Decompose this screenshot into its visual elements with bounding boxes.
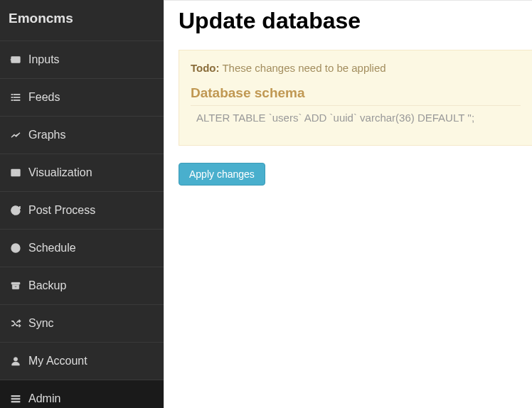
todo-label: Todo: (191, 62, 220, 74)
sidebar-item-label: Inputs (28, 53, 60, 66)
sidebar-item-label: Feeds (28, 91, 60, 104)
sidebar-item-postprocess[interactable]: Post Process (0, 192, 164, 230)
sidebar-item-inputs[interactable]: Inputs (0, 41, 164, 79)
svg-rect-4 (14, 97, 20, 97)
todo-message: These changes need to be applied (222, 62, 385, 74)
sidebar-item-feeds[interactable]: Feeds (0, 79, 164, 117)
input-icon (9, 53, 23, 67)
todo-alert: Todo: These changes need to be applied D… (179, 50, 532, 146)
play-box-icon (9, 166, 23, 180)
user-icon (9, 354, 23, 368)
sidebar-brand: Emoncms (0, 0, 164, 41)
menu-icon (9, 392, 23, 406)
sidebar-item-label: Graphs (28, 129, 65, 141)
sidebar-item-sync[interactable]: Sync (0, 305, 164, 343)
archive-icon (9, 279, 23, 293)
sql-statement: ALTER TABLE `users` ADD `uuid` varchar(3… (191, 112, 521, 124)
refresh-icon (9, 203, 23, 218)
sidebar-item-label: Schedule (28, 242, 76, 254)
svg-rect-9 (11, 282, 20, 284)
svg-rect-11 (11, 395, 20, 397)
svg-rect-2 (14, 94, 20, 95)
sidebar: Emoncms Inputs Feeds Graphs Visualizatio… (0, 0, 164, 408)
svg-rect-12 (11, 398, 20, 399)
sidebar-item-graphs[interactable]: Graphs (0, 117, 164, 154)
svg-rect-1 (11, 94, 13, 95)
sidebar-item-label: Backup (28, 279, 66, 292)
list-icon (9, 90, 23, 104)
graph-icon (9, 128, 23, 142)
main-content: Update database Todo: These changes need… (164, 0, 532, 408)
sidebar-item-label: Admin (28, 392, 60, 405)
sidebar-item-visualization[interactable]: Visualization (0, 154, 164, 192)
clock-icon (9, 241, 23, 255)
sidebar-item-label: Post Process (28, 204, 95, 217)
svg-point-10 (14, 358, 17, 361)
sidebar-item-admin[interactable]: Admin (0, 380, 164, 408)
sidebar-item-label: Sync (28, 317, 54, 330)
shuffle-icon (9, 316, 23, 331)
apply-changes-button[interactable]: Apply changes (179, 163, 265, 186)
svg-rect-5 (11, 100, 13, 100)
sidebar-item-myaccount[interactable]: My Account (0, 343, 164, 380)
sidebar-item-label: My Account (28, 355, 87, 367)
sidebar-item-backup[interactable]: Backup (0, 267, 164, 305)
svg-rect-6 (14, 100, 20, 100)
svg-rect-13 (11, 401, 20, 402)
schema-heading: Database schema (191, 85, 521, 106)
sidebar-item-schedule[interactable]: Schedule (0, 230, 164, 267)
todo-line: Todo: These changes need to be applied (191, 62, 521, 74)
svg-rect-3 (11, 97, 13, 97)
page-title: Update database (179, 8, 532, 34)
sidebar-item-label: Visualization (28, 166, 92, 179)
